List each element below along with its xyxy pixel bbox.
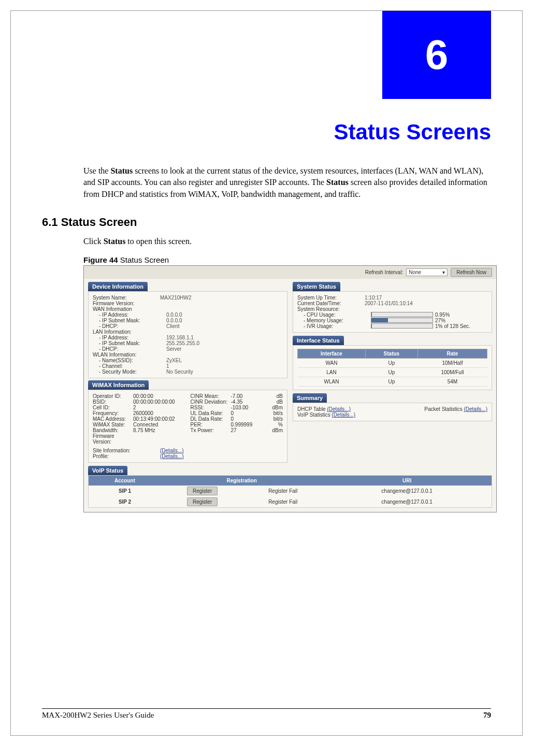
wimax-ru-5: % [278, 422, 283, 427]
ivr-bar [371, 323, 433, 329]
profile-label: Profile: [93, 453, 160, 459]
wimax-rl-0: CINR Mean: [191, 393, 231, 399]
wan-ip-label: - IP Address: [99, 312, 166, 318]
wimax-v-5: Connected [133, 422, 158, 427]
lan-subnet-label: - IP Subnet Mask: [99, 340, 166, 346]
wimax-v-0: 00:00:00 [133, 393, 153, 399]
iface-col-2: Status [365, 349, 417, 359]
dhcp-link[interactable]: (Details...) [327, 406, 351, 412]
wimax-info-panel: Operator ID:00:00:00 BSID:00:00:00:00:00… [88, 390, 287, 463]
wimax-ru-4: bit/s [273, 416, 283, 422]
interface-status-panel: Interface Status Rate WANUp10M/Half LANU… [293, 345, 492, 390]
voip-0-acct: SIP 1 [89, 486, 161, 496]
left-column: Device Information System Name:MAX210HW2… [88, 282, 287, 463]
page-footer: MAX-200HW2 Series User's Guide 79 [42, 708, 491, 720]
wlan-security-label: - Security Mode: [99, 369, 166, 375]
wimax-l-3: Frequency: [93, 410, 133, 416]
wlan-security-value: No Security [166, 369, 193, 375]
site-info-link[interactable]: (Details...) [160, 448, 184, 453]
chapter-title: Status Screens [11, 120, 491, 145]
voip-section: VoIP Status Account Registration URI SIP… [84, 466, 496, 512]
datetime-value: 2007-11-01/01:10:14 [365, 301, 413, 306]
pkt-link[interactable]: (Details...) [464, 406, 487, 412]
uptime-label: System Up Time: [297, 295, 365, 301]
iface-0-name: WAN [298, 359, 366, 368]
wan-dhcp-label: - DHCP: [99, 323, 166, 329]
voip-table: Account Registration URI SIP 1 Register … [89, 476, 492, 507]
wimax-rl-6: Tx Power: [191, 427, 231, 433]
voip-0-status: Register Fail [243, 486, 322, 496]
table-row: SIP 1 Register Register Fail changeme@12… [89, 486, 492, 496]
wan-subnet-label: - IP Subnet Mask: [99, 318, 166, 323]
wlan-channel-label: - Channel: [99, 363, 166, 369]
table-row: SIP 2 Register Register Fail changeme@12… [89, 496, 492, 507]
refresh-now-button[interactable]: Refresh Now [451, 268, 492, 277]
wimax-rv-1: -4.35 [231, 399, 243, 405]
wimax-l-5: WiMAX State: [93, 422, 133, 427]
resource-label: System Resource: [297, 306, 365, 312]
cpu-bar-fill [371, 312, 372, 317]
click-text: Click [83, 237, 104, 246]
wimax-left-col: Operator ID:00:00:00 BSID:00:00:00:00:00… [93, 393, 185, 445]
device-info-header: Device Information [88, 282, 148, 291]
wimax-rv-5: 0.999999 [231, 422, 253, 427]
iface-col-3: Rate [417, 349, 487, 359]
wimax-l-4: MAC Address: [93, 416, 133, 422]
system-name-value: MAX210HW2 [160, 295, 192, 301]
interface-table: Interface Status Rate WANUp10M/Half LANU… [297, 349, 487, 387]
summary-panel: DHCP Table (Details...) Packet Statistic… [293, 403, 492, 421]
dhcp-label: DHCP Table [297, 406, 327, 412]
profile-link[interactable]: (Details...) [160, 453, 184, 459]
wimax-ru-3: bit/s [273, 410, 283, 416]
iface-2-status: Up [365, 377, 417, 387]
wimax-rl-1: CINR Deviation: [191, 399, 231, 405]
pkt-label: Packet Statistics [424, 406, 464, 412]
datetime-label: Current Date/Time: [297, 301, 365, 306]
wlan-channel-value: 1 [166, 363, 169, 369]
wimax-l-0: Operator ID: [93, 393, 133, 399]
refresh-interval-value: None [409, 269, 421, 275]
status-columns: Device Information System Name:MAX210HW2… [84, 279, 496, 466]
lan-dhcp-label: - DHCP: [99, 346, 166, 352]
section-6-1-text: Click Status to open this screen. [83, 237, 491, 246]
voip-stats-link[interactable]: (Details...) [332, 412, 356, 418]
voip-col-1: Account [89, 476, 161, 486]
iface-1-name: LAN [298, 368, 366, 377]
status-bold: Status [104, 237, 126, 246]
voip-1-register-button[interactable]: Register [187, 497, 218, 506]
voip-1-acct: SIP 2 [89, 496, 161, 507]
wlan-ssid-label: - Name(SSID): [99, 358, 166, 363]
chapter-number-box: 6 [382, 11, 491, 99]
iface-2-rate: 54M [417, 377, 487, 387]
figure-caption: Figure 44 Status Screen [83, 255, 491, 264]
wimax-v-1: 00:00:00:00:00:00 [133, 399, 175, 405]
voip-stats-label: VoIP Statistics [297, 412, 332, 418]
cpu-bar [371, 312, 433, 317]
wlan-info-label: WLAN Information: [93, 352, 160, 358]
iface-0-rate: 10M/Half [417, 359, 487, 368]
summary-header: Summary [293, 393, 327, 403]
wimax-rv-3: 0 [231, 410, 234, 416]
wimax-ru-0: dB [277, 393, 283, 399]
refresh-bar: Refresh Interval: None ▾ Refresh Now [84, 266, 496, 279]
wimax-rv-4: 0 [231, 416, 234, 422]
interface-status-header: Interface Status [293, 336, 344, 345]
wimax-l-2: Cell ID: [93, 405, 133, 410]
iface-col-1: Interface [298, 349, 366, 359]
refresh-interval-label: Refresh Interval: [365, 269, 403, 275]
wlan-ssid-value: ZyXEL [166, 358, 182, 363]
wimax-ru-2: dBm [272, 405, 283, 410]
wimax-rl-3: UL Data Rate: [191, 410, 231, 416]
system-status-panel: System Up Time:1:10:17 Current Date/Time… [293, 291, 492, 333]
chapter-number: 6 [425, 31, 449, 79]
wimax-rl-4: DL Data Rate: [191, 416, 231, 422]
wimax-info-header: WiMAX Information [88, 380, 149, 390]
table-row: LANUp100M/Full [298, 368, 487, 377]
system-status-header: System Status [293, 282, 340, 291]
mem-bar [371, 318, 433, 323]
voip-0-register-button[interactable]: Register [187, 487, 218, 495]
iface-2-name: WLAN [298, 377, 366, 387]
intro-text: Use the [83, 166, 110, 175]
cpu-label: - CPU Usage: [304, 312, 371, 318]
refresh-interval-select[interactable]: None ▾ [406, 268, 448, 276]
